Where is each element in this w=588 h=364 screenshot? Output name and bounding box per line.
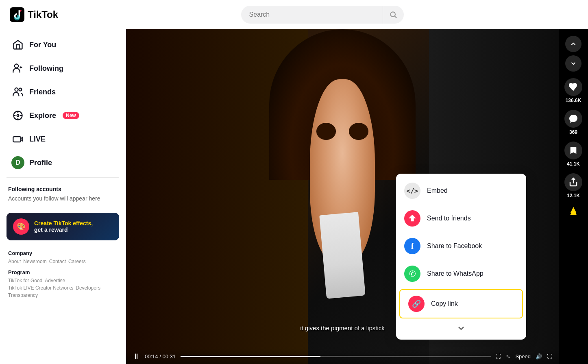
sidebar-footer: Company About Newsroom Contact Careers P… <box>0 245 126 303</box>
sidebar-item-following[interactable]: Following <box>3 57 122 80</box>
svg-point-1 <box>390 12 395 17</box>
time-total: 00:31 <box>162 353 176 360</box>
pause-button[interactable]: ⏸ <box>133 352 140 361</box>
search-input[interactable] <box>241 6 404 24</box>
footer-link-about[interactable]: About <box>8 259 21 264</box>
svg-point-8 <box>17 115 19 117</box>
sidebar-item-friends-label: Friends <box>29 88 56 96</box>
sidebar-item-explore[interactable]: Explore New <box>3 104 122 127</box>
search-bar <box>241 6 404 24</box>
speed-button[interactable]: Speed <box>515 353 531 360</box>
create-effects-button[interactable]: 🎨 Create TikTok effects, get a reward <box>7 213 119 240</box>
footer-link-contact[interactable]: Contact <box>49 259 66 264</box>
effects-line1: Create TikTok effects, <box>34 220 93 227</box>
effects-icon: 🎨 <box>13 218 29 235</box>
sidebar-item-profile[interactable]: D Profile <box>3 151 122 174</box>
sidebar-item-following-label: Following <box>29 64 63 73</box>
footer-link-transparency[interactable]: Transparency <box>8 292 38 298</box>
video-area[interactable]: it gives the pigment of a lipstick ⏸ 00:… <box>126 29 559 364</box>
progress-bar[interactable] <box>181 356 491 357</box>
save-count: 41.1K <box>567 161 580 167</box>
comment-count: 369 <box>569 129 577 135</box>
footer-link-careers[interactable]: Careers <box>68 259 86 264</box>
home-icon <box>11 38 24 51</box>
svg-rect-13 <box>13 137 21 142</box>
sidebar-item-explore-label: Explore <box>29 111 56 120</box>
sidebar-item-live[interactable]: LIVE <box>3 128 122 150</box>
action-bar: 136.6K 369 41.1K <box>559 29 588 364</box>
share-menu-more[interactable] <box>396 320 526 336</box>
sidebar-item-for-you[interactable]: For You <box>3 33 122 56</box>
progress-fill <box>181 356 320 357</box>
share-embed-label: Embed <box>427 187 448 194</box>
fullscreen-button[interactable]: ⛶ <box>547 353 552 360</box>
svg-point-6 <box>19 88 22 91</box>
control-icons: ⛶ ⤡ Speed 🔊 ⛶ <box>496 353 552 360</box>
ar-button[interactable]: ⤡ <box>506 353 510 360</box>
share-embed[interactable]: </> Embed <box>396 177 526 205</box>
share-indicator-arrow: ▲ <box>568 204 579 215</box>
following-accounts-section: Following accounts Accounts you follow w… <box>0 181 126 208</box>
search-button[interactable] <box>383 6 404 24</box>
share-count: 12.1K <box>567 193 580 198</box>
footer-link-live-creator[interactable]: TikTok LIVE Creator Networks <box>8 285 73 291</box>
embed-icon: </> <box>404 183 420 199</box>
share-friends-label: Send to friends <box>427 215 471 222</box>
profile-avatar: D <box>11 156 24 169</box>
footer-link-developers[interactable]: Developers <box>76 285 100 291</box>
following-icon <box>11 62 24 75</box>
following-accounts-title: Following accounts <box>8 186 118 192</box>
effects-line2: get a reward <box>34 227 93 233</box>
search-icon <box>389 11 397 19</box>
share-facebook[interactable]: f Share to Facebook <box>396 232 526 260</box>
share-copy-link[interactable]: 🔗 Copy link <box>399 289 523 318</box>
comment-button[interactable]: 369 <box>564 110 582 135</box>
footer-link-tiktok-good[interactable]: TikTok for Good <box>8 278 42 283</box>
sidebar-divider <box>7 177 119 178</box>
footer-link-newsroom[interactable]: Newsroom <box>23 259 46 264</box>
whatsapp-icon: ✆ <box>404 266 420 282</box>
svg-point-3 <box>15 64 18 68</box>
save-button[interactable]: 41.1K <box>564 142 582 167</box>
svg-point-5 <box>15 88 18 91</box>
footer-link-advertise[interactable]: Advertise <box>45 278 65 283</box>
share-friends[interactable]: Send to friends <box>396 205 526 232</box>
copy-link-icon: 🔗 <box>408 296 425 312</box>
like-count: 136.6K <box>566 98 581 103</box>
next-video-button[interactable] <box>565 55 581 72</box>
expand-button[interactable]: ⛶ <box>496 353 501 360</box>
heart-icon <box>564 78 582 96</box>
company-links: About Newsroom Contact Careers <box>8 259 118 264</box>
program-title: Program <box>8 269 118 275</box>
like-button[interactable]: 136.6K <box>564 78 582 103</box>
program-links: TikTok for Good Advertise TikTok LIVE Cr… <box>8 278 118 298</box>
logo[interactable]: TikTok <box>10 7 58 22</box>
send-friends-icon <box>404 210 420 227</box>
share-facebook-label: Share to Facebook <box>427 242 482 250</box>
sidebar: For You Following <box>0 29 126 364</box>
header: TikTok <box>0 0 588 29</box>
tiktok-logo-icon <box>10 7 24 22</box>
share-button[interactable]: 12.1K ▲ <box>564 173 582 198</box>
bookmark-icon <box>564 142 582 159</box>
volume-button[interactable]: 🔊 <box>536 353 542 360</box>
sidebar-item-friends[interactable]: Friends <box>3 81 122 103</box>
live-icon <box>11 133 24 146</box>
main-layout: For You Following <box>0 29 588 364</box>
comment-icon <box>564 110 582 128</box>
logo-text: TikTok <box>28 9 58 20</box>
time-current: 00:14 <box>145 353 158 360</box>
share-menu: </> Embed Send to friends f Share to Fac… <box>396 174 526 340</box>
video-caption: it gives the pigment of a lipstick <box>300 325 385 331</box>
share-whatsapp-label: Share to WhatsApp <box>427 270 483 277</box>
share-icon <box>564 173 582 191</box>
share-copy-link-label: Copy link <box>431 300 458 307</box>
share-whatsapp[interactable]: ✆ Share to WhatsApp <box>396 260 526 288</box>
friends-icon <box>11 85 24 98</box>
prev-video-button[interactable] <box>565 36 581 52</box>
effects-text: Create TikTok effects, get a reward <box>34 220 93 233</box>
sidebar-item-for-you-label: For You <box>29 41 56 49</box>
company-title: Company <box>8 250 118 256</box>
sidebar-item-profile-label: Profile <box>29 159 52 167</box>
explore-new-badge: New <box>63 112 79 119</box>
